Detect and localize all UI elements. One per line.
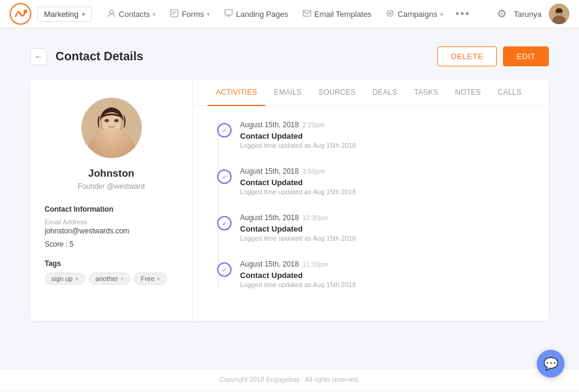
nav-item-landing-pages[interactable]: Landing Pages (217, 0, 296, 28)
timeline-dot: ✓ (217, 123, 232, 138)
nav-item-contacts[interactable]: Contacts ▾ (100, 0, 163, 28)
main-content: ← Contact Details DELETE EDIT (0, 28, 579, 368)
tab-tasks[interactable]: TASKS (405, 80, 446, 106)
page-title: Contact Details (55, 49, 144, 63)
timeline-time: 2:20pm (302, 121, 324, 128)
campaigns-icon (386, 9, 394, 19)
timeline-dot: ✓ (217, 169, 232, 184)
timeline-dot: ✓ (217, 216, 232, 230)
chat-icon: 💬 (543, 356, 558, 371)
avatar[interactable] (549, 4, 569, 24)
timeline-event-desc: Logged time updated as Aug 15th 2018 (240, 235, 532, 242)
svg-point-24 (105, 119, 109, 122)
tab-sources[interactable]: SOURCES (310, 80, 364, 106)
contact-avatar (81, 98, 142, 158)
tag-label: another (95, 275, 118, 282)
header-actions: DELETE EDIT (437, 46, 549, 66)
more-options-icon[interactable]: ••• (451, 8, 475, 21)
tag-label: sign up (51, 275, 72, 282)
forms-icon (170, 9, 179, 19)
nav-campaigns-label: Campaigns (397, 10, 437, 19)
contacts-icon (107, 9, 116, 19)
svg-point-26 (95, 129, 128, 151)
timeline-time: 1:50pm (302, 168, 324, 175)
nav-item-campaigns[interactable]: Campaigns ▾ (379, 0, 451, 28)
tab-deals[interactable]: DEALS (364, 80, 406, 106)
footer-text: Copyright 2018 Engagebay · All rights re… (220, 376, 360, 383)
svg-rect-9 (303, 10, 311, 16)
timeline-event-title: Contact Updated (240, 271, 532, 280)
contact-name: Johnston (45, 168, 178, 180)
nav-item-forms[interactable]: Forms ▾ (163, 0, 217, 28)
svg-rect-6 (225, 10, 232, 15)
svg-point-19 (81, 98, 142, 158)
back-button[interactable]: ← (30, 48, 47, 65)
timeline: ✓ August 15th, 2018 2:20pm Contact Updat… (210, 121, 532, 288)
timeline-event-desc: Logged time updated as Aug 15th 2018 (240, 142, 532, 149)
tag-item[interactable]: another× (89, 273, 130, 285)
timeline-date-row: August 15th, 2018 2:20pm (240, 121, 532, 129)
marketing-dropdown[interactable]: Marketing ▾ (37, 7, 92, 22)
page-header: ← Contact Details DELETE EDIT (30, 46, 549, 66)
contacts-chevron-icon: ▾ (153, 11, 156, 17)
tag-item[interactable]: sign up× (45, 273, 85, 285)
chat-bubble-button[interactable]: 💬 (537, 350, 565, 378)
timeline-item: ✓ August 15th, 2018 12:30pm Contact Upda… (222, 213, 532, 242)
nav-contacts-label: Contacts (119, 10, 150, 19)
tag-label: Free (141, 275, 154, 282)
navbar-right: ⚙ Tarunya (497, 4, 569, 24)
timeline-event-desc: Logged time updated as Aug 15th 2018 (240, 281, 532, 288)
tag-remove-icon[interactable]: × (157, 276, 160, 282)
forms-chevron-icon: ▾ (207, 11, 210, 17)
timeline-event-desc: Logged time updated as Aug 15th 2018 (240, 188, 532, 195)
landing-pages-icon (224, 9, 233, 19)
tags-section: Tags sign up×another×Free× (45, 259, 178, 285)
email-value: johnston@westwards.com (45, 227, 178, 235)
nav-email-templates-label: Email Templates (314, 10, 372, 19)
left-panel: Johnston Founder @westward Contact Infor… (30, 80, 193, 321)
timeline-event-title: Contact Updated (240, 131, 532, 141)
check-icon: ✓ (222, 267, 227, 273)
check-icon: ✓ (222, 220, 227, 227)
tab-activities[interactable]: ACTIVITIES (207, 80, 265, 106)
contact-card: Johnston Founder @westward Contact Infor… (30, 80, 549, 321)
svg-rect-27 (95, 137, 128, 158)
info-section-title: Contact Information (45, 205, 178, 213)
chevron-down-icon: ▾ (82, 11, 85, 17)
marketing-dropdown-label: Marketing (44, 10, 78, 19)
timeline-item: ✓ August 15th, 2018 11:10pm Contact Upda… (222, 260, 532, 288)
timeline-time: 12:30pm (302, 214, 328, 221)
activity-feed: ✓ August 15th, 2018 2:20pm Contact Updat… (193, 106, 549, 321)
tab-calls[interactable]: CALLS (489, 80, 530, 106)
avatar-image (549, 4, 569, 24)
svg-point-25 (115, 119, 118, 122)
tags-list: sign up×another×Free× (45, 273, 178, 285)
email-label: Email Address (45, 218, 178, 226)
delete-button[interactable]: DELETE (437, 46, 498, 66)
nav-item-email-templates[interactable]: Email Templates (296, 0, 379, 28)
nav-items: Contacts ▾ Forms ▾ Landing Pages Email T… (100, 0, 497, 28)
settings-icon[interactable]: ⚙ (497, 7, 507, 21)
check-icon: ✓ (222, 127, 227, 134)
timeline-date-row: August 15th, 2018 1:50pm (240, 167, 532, 175)
tab-notes[interactable]: NOTES (446, 80, 489, 106)
footer: Copyright 2018 Engagebay · All rights re… (0, 368, 579, 390)
tag-item[interactable]: Free× (134, 273, 166, 285)
tag-remove-icon[interactable]: × (75, 276, 78, 282)
navbar: Marketing ▾ Contacts ▾ Forms ▾ Landing P… (0, 0, 579, 28)
email-templates-icon (303, 9, 311, 19)
timeline-event-title: Contact Updated (240, 178, 532, 187)
timeline-date: August 15th, 2018 (240, 121, 299, 129)
contact-avatar-wrap (45, 98, 178, 158)
contact-info-section: Contact Information Email Address johnst… (45, 205, 178, 248)
timeline-item: ✓ August 15th, 2018 1:50pm Contact Updat… (222, 167, 532, 195)
svg-point-2 (110, 10, 113, 14)
score-value: Score : 5 (45, 240, 178, 248)
tag-remove-icon[interactable]: × (121, 276, 124, 282)
app-logo[interactable] (10, 3, 31, 25)
tab-emails[interactable]: EMAILS (265, 80, 310, 106)
timeline-time: 11:10pm (302, 261, 328, 268)
timeline-date-row: August 15th, 2018 12:30pm (240, 213, 532, 222)
edit-button[interactable]: EDIT (503, 46, 549, 66)
timeline-item: ✓ August 15th, 2018 2:20pm Contact Updat… (222, 121, 532, 149)
